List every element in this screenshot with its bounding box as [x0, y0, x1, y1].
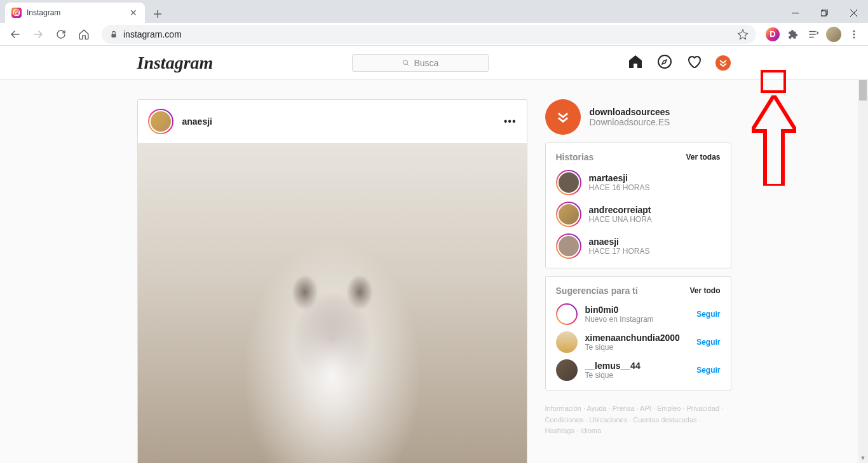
forward-button[interactable] — [28, 24, 48, 45]
browser-toolbar: instagram.com D — [0, 23, 868, 46]
svg-rect-0 — [792, 13, 799, 13]
chevron-badge-icon — [555, 111, 571, 123]
bookmark-star-button[interactable] — [737, 29, 749, 40]
extension-d-icon: D — [766, 27, 780, 41]
story-item[interactable]: andrecorreiapt HACE UNA HORA — [556, 202, 721, 227]
nav-home-button[interactable] — [628, 54, 643, 72]
footer-line[interactable]: Información · Ayuda · Prensa · API · Emp… — [545, 404, 723, 412]
three-dots-icon — [849, 29, 859, 39]
post-author-avatar[interactable] — [148, 109, 173, 134]
header-nav — [628, 54, 731, 72]
puzzle-icon — [787, 29, 799, 40]
feed: anaesji ••• — [137, 99, 527, 463]
profile-button[interactable] — [825, 25, 843, 43]
footer-line[interactable]: Condiciones · Ubicaciones · Cuentas dest… — [545, 416, 701, 424]
svg-rect-3 — [112, 34, 116, 37]
browser-tab-strip: Instagram ✕ — [0, 0, 868, 23]
back-button[interactable] — [5, 24, 25, 45]
suggestions-panel: Sugerencias para ti Ver todo bin0mi0 Nue… — [545, 276, 731, 390]
search-placeholder: Busca — [414, 58, 438, 68]
address-bar[interactable]: instagram.com — [102, 25, 756, 44]
sidebar: downloadsourcees Downloadsource.ES Histo… — [545, 99, 731, 463]
extensions-button[interactable] — [784, 25, 802, 43]
stories-viewall-link[interactable]: Ver todas — [686, 153, 720, 162]
suggestions-viewall-link[interactable]: Ver todo — [689, 286, 720, 295]
story-timestamp: HACE 17 HORAS — [589, 247, 650, 256]
sidebar-fullname: Downloadsource.ES — [590, 117, 670, 127]
follow-button[interactable]: Seguir — [696, 338, 720, 347]
suggestion-item: bin0mi0 Nuevo en Instagram Seguir — [556, 303, 721, 325]
suggestion-item: __lemus__44 Te sique Seguir — [556, 359, 721, 381]
nav-profile-button[interactable] — [715, 55, 731, 71]
extension-d-button[interactable]: D — [764, 25, 782, 43]
post-more-button[interactable]: ••• — [504, 116, 517, 127]
stories-title: Historias — [556, 152, 594, 162]
new-tab-button[interactable] — [149, 5, 166, 23]
suggestion-subtitle: Te sique — [585, 371, 697, 380]
footer-links: Información · Ayuda · Prensa · API · Emp… — [545, 403, 731, 437]
tab-title: Instagram — [27, 8, 123, 17]
chevron-badge-icon — [719, 59, 728, 67]
svg-rect-2 — [821, 11, 826, 16]
home-icon — [628, 54, 643, 69]
story-item[interactable]: martaesji HACE 16 HORAS — [556, 170, 721, 195]
svg-point-8 — [658, 55, 671, 68]
suggestion-username[interactable]: bin0mi0 — [585, 305, 697, 315]
suggestion-username[interactable]: ximenaanchundia2000 — [585, 333, 697, 343]
story-username: martaesji — [589, 173, 650, 183]
post-username[interactable]: anaesji — [182, 116, 504, 127]
minimize-icon — [792, 13, 799, 13]
heart-icon — [686, 54, 702, 69]
home-button[interactable] — [74, 24, 94, 45]
close-icon — [850, 10, 857, 17]
footer-line[interactable]: Hashtags · Idioma — [545, 427, 602, 434]
compass-icon — [657, 54, 672, 69]
suggestion-subtitle: Nuevo en Instagram — [585, 315, 697, 324]
suggestion-avatar[interactable] — [556, 331, 578, 353]
suggestions-title: Sugerencias para ti — [556, 286, 638, 296]
close-window-button[interactable] — [839, 3, 868, 23]
suggestion-avatar[interactable] — [556, 303, 578, 325]
reading-list-icon — [808, 29, 819, 40]
post-header: anaesji ••• — [138, 100, 527, 143]
instagram-favicon-icon — [11, 8, 22, 18]
maximize-button[interactable] — [810, 3, 839, 23]
reading-list-button[interactable] — [804, 25, 822, 43]
svg-point-7 — [403, 60, 408, 64]
follow-button[interactable]: Seguir — [696, 310, 720, 319]
arrow-right-icon — [32, 29, 44, 40]
story-timestamp: HACE UNA HORA — [589, 215, 652, 224]
close-tab-button[interactable]: ✕ — [128, 8, 139, 18]
main-content: anaesji ••• downloadsourcees Downloadsou… — [137, 80, 731, 463]
search-icon — [402, 59, 410, 67]
story-timestamp: HACE 16 HORAS — [589, 183, 650, 192]
nav-explore-button[interactable] — [657, 54, 672, 72]
home-outline-icon — [78, 29, 90, 40]
nav-activity-button[interactable] — [686, 54, 702, 72]
reload-button[interactable] — [51, 24, 71, 45]
profile-avatar-icon — [826, 27, 841, 42]
story-avatar — [556, 170, 581, 195]
svg-point-4 — [853, 30, 855, 32]
suggestion-avatar[interactable] — [556, 359, 578, 381]
post-image[interactable] — [138, 143, 527, 463]
sidebar-username[interactable]: downloadsourcees — [590, 107, 670, 117]
arrow-left-icon — [10, 29, 21, 40]
search-input[interactable]: Busca — [352, 54, 489, 72]
story-item[interactable]: anaesji HACE 17 HORAS — [556, 233, 721, 259]
story-avatar — [556, 233, 581, 259]
suggestion-username[interactable]: __lemus__44 — [585, 361, 697, 371]
url-text: instagram.com — [123, 29, 182, 39]
browser-tab[interactable]: Instagram ✕ — [5, 3, 145, 23]
menu-button[interactable] — [845, 25, 863, 43]
minimize-button[interactable] — [780, 3, 810, 23]
suggestion-subtitle: Te sique — [585, 343, 697, 352]
follow-button[interactable]: Seguir — [696, 366, 720, 375]
svg-point-5 — [853, 33, 855, 35]
instagram-header: Instagram Busca — [0, 46, 868, 80]
plus-icon — [153, 10, 162, 18]
sidebar-profile[interactable]: downloadsourcees Downloadsource.ES — [545, 99, 731, 135]
svg-point-6 — [853, 36, 855, 38]
instagram-logo[interactable]: Instagram — [137, 53, 214, 73]
window-controls — [780, 3, 868, 23]
